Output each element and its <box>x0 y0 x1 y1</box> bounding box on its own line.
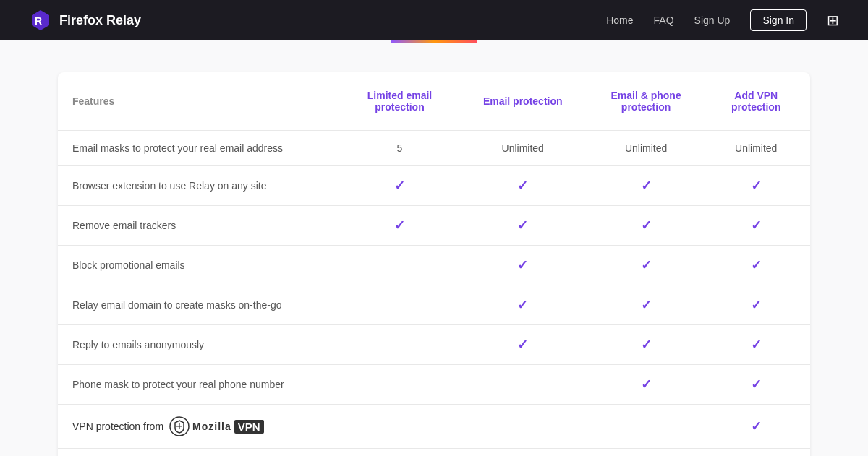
cell-col4: ✓ <box>702 166 810 206</box>
cell-col2: Unlimited <box>456 131 590 166</box>
cell-col4: ✓ <box>702 285 810 325</box>
cell-col4: ✓ <box>702 206 810 246</box>
footer-col-vpn: Join the Waitlist Billed monthly <box>702 449 810 457</box>
cell-col3: ✓ <box>590 206 702 246</box>
signin-button[interactable]: Sign In <box>750 9 807 31</box>
footer-col-email: Yearly Monthly €0.99/mo. Sign Up Billed … <box>456 449 590 457</box>
footer-col1 <box>58 449 344 457</box>
cell-col4: Unlimited <box>702 131 810 166</box>
brand-name: Firefox Relay <box>59 13 141 28</box>
mozilla-vpn-logo: Mozilla VPN <box>169 416 264 436</box>
cell-col4: ✓ <box>702 365 810 405</box>
cell-col3: ✓ <box>590 166 702 206</box>
cell-col4: ✓ <box>702 405 810 449</box>
cell-col2: ✓ <box>456 166 590 206</box>
feature-cell: Remove email trackers <box>58 206 344 246</box>
footer-row: Free Get Relay Yearly Monthly €0.99/mo. … <box>58 449 810 457</box>
check-icon: ✓ <box>751 337 762 352</box>
check-icon: ✓ <box>751 419 762 434</box>
table-row: VPN protection from Mozilla VPN ✓ <box>58 405 810 449</box>
check-icon: ✓ <box>641 218 652 233</box>
feature-cell: Relay email domain to create masks on-th… <box>58 285 344 325</box>
cell-col3: ✓ <box>590 246 702 285</box>
cell-col1 <box>344 405 456 449</box>
cell-col2: ✓ <box>456 206 590 246</box>
cell-col1: ✓ <box>344 206 456 246</box>
cell-col4: ✓ <box>702 246 810 285</box>
grid-icon[interactable]: ⊞ <box>827 12 839 29</box>
check-icon: ✓ <box>517 258 528 272</box>
main-content: Features Limited email protection Email … <box>0 43 868 456</box>
brand-logo: R Firefox Relay <box>29 9 141 32</box>
cell-col3: Unlimited <box>590 131 702 166</box>
cell-col1 <box>344 285 456 325</box>
nav-home[interactable]: Home <box>606 14 633 26</box>
navbar: R Firefox Relay Home FAQ Sign Up Sign In… <box>0 0 868 40</box>
col-phone-header: Email & phone protection <box>590 72 702 131</box>
cell-col2: ✓ <box>456 325 590 365</box>
vpn-feature-label: VPN protection from Mozilla VPN <box>72 416 329 436</box>
feature-cell: Reply to emails anonymously <box>58 325 344 365</box>
cell-col1 <box>344 246 456 285</box>
check-icon: ✓ <box>751 178 762 193</box>
check-icon: ✓ <box>517 218 528 233</box>
col-features-header: Features <box>58 72 344 131</box>
cell-col4: ✓ <box>702 325 810 365</box>
table-row: Email masks to protect your real email a… <box>58 131 810 166</box>
table-row: Reply to emails anonymously✓✓✓ <box>58 325 810 365</box>
firefox-relay-logo: R <box>29 9 52 32</box>
check-icon: ✓ <box>641 298 652 312</box>
check-icon: ✓ <box>517 298 528 312</box>
table-row: Remove email trackers✓✓✓✓ <box>58 206 810 246</box>
cell-col1 <box>344 325 456 365</box>
pricing-table: Features Limited email protection Email … <box>58 72 810 456</box>
check-icon: ✓ <box>751 377 762 392</box>
cell-col3: ✓ <box>590 325 702 365</box>
table-row: Relay email domain to create masks on-th… <box>58 285 810 325</box>
cell-col2 <box>456 365 590 405</box>
table-row: Block promotional emails✓✓✓ <box>58 246 810 285</box>
col-limited-header: Limited email protection <box>344 72 456 131</box>
col-vpn-header: Add VPN protection <box>702 72 810 131</box>
cell-col2: ✓ <box>456 285 590 325</box>
cell-col1: 5 <box>344 131 456 166</box>
check-icon: ✓ <box>641 178 652 193</box>
svg-text:R: R <box>35 15 42 27</box>
check-icon: ✓ <box>394 178 405 193</box>
footer-col-free: Free Get Relay <box>344 449 456 457</box>
check-icon: ✓ <box>517 337 528 352</box>
table-row: Phone mask to protect your real phone nu… <box>58 365 810 405</box>
feature-cell: Email masks to protect your real email a… <box>58 131 344 166</box>
nav-signup[interactable]: Sign Up <box>694 14 731 26</box>
nav-links: Home FAQ Sign Up Sign In ⊞ <box>606 9 839 31</box>
table-row: Browser extension to use Relay on any si… <box>58 166 810 206</box>
check-icon: ✓ <box>641 337 652 352</box>
cell-col2: ✓ <box>456 246 590 285</box>
check-icon: ✓ <box>394 218 405 233</box>
check-icon: ✓ <box>517 178 528 193</box>
cell-col1 <box>344 365 456 405</box>
check-icon: ✓ <box>641 377 652 392</box>
check-icon: ✓ <box>751 258 762 272</box>
feature-cell: Block promotional emails <box>58 246 344 285</box>
check-icon: ✓ <box>751 298 762 312</box>
nav-faq[interactable]: FAQ <box>654 14 674 26</box>
cell-col3: ✓ <box>590 285 702 325</box>
footer-col-phone: Join the Waitlist Billed monthly <box>590 449 702 457</box>
table-header-row: Features Limited email protection Email … <box>58 72 810 131</box>
cell-col1: ✓ <box>344 166 456 206</box>
cell-col3 <box>590 405 702 449</box>
check-icon: ✓ <box>641 258 652 272</box>
feature-cell: Phone mask to protect your real phone nu… <box>58 365 344 405</box>
cell-col2 <box>456 405 590 449</box>
col-email-header: Email protection <box>456 72 590 131</box>
cell-col3: ✓ <box>590 365 702 405</box>
check-icon: ✓ <box>751 218 762 233</box>
feature-cell: Browser extension to use Relay on any si… <box>58 166 344 206</box>
feature-cell: VPN protection from Mozilla VPN <box>58 405 344 449</box>
mozilla-shield-icon <box>169 416 190 436</box>
